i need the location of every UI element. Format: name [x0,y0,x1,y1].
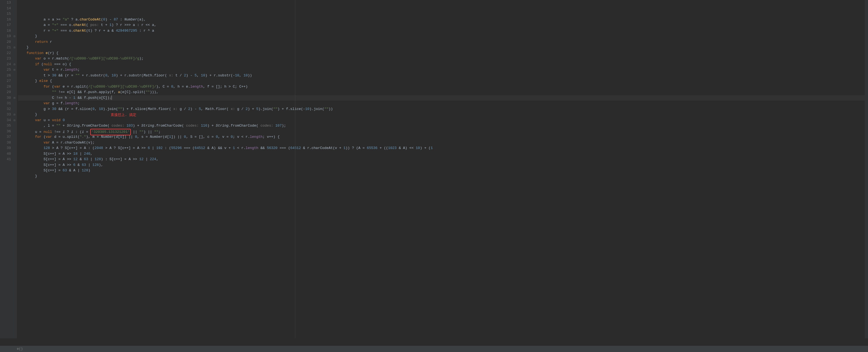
line-number: 21 [0,45,11,51]
code-line-27[interactable]: C !== h - 1 && f.push(o[C]); [18,95,868,101]
code-area[interactable]: a = a >= "a" ? a.charCodeAt(0) - 87 : Nu… [17,0,868,339]
code-line-18[interactable]: } [18,45,868,51]
line-number: 39 [0,145,11,151]
line-number: 41 [0,157,11,163]
code-line-22[interactable]: var t = r.length; [18,67,868,73]
line-number: 28 [0,84,11,90]
code-line-29[interactable]: g > 30 && (r = f.slice(0, 10).join("") +… [18,107,868,112]
fold-column[interactable]: ⊟⊟⊟⊟⊟⊟⊟ [13,0,17,339]
fold-close-icon[interactable]: ⊟ [13,95,15,101]
right-margin-ruler [295,0,295,339]
fold-open-icon[interactable]: ⊟ [13,45,15,51]
line-number: 30 [0,95,11,101]
line-number: 15 [0,11,11,17]
code-line-24[interactable]: } else { [18,78,868,84]
fold-open-icon[interactable]: ⊟ [13,67,15,73]
line-number: 35 [0,123,11,129]
line-number: 17 [0,22,11,28]
current-line-highlight [18,95,868,101]
line-number: 38 [0,140,11,146]
line-number: 27 [0,78,11,84]
code-line-14[interactable]: a = "+" === o.charAt( pos: t + 1) ? r >>… [18,22,868,28]
code-line-34[interactable]: for (var d = u.split("."), m = Number(d[… [18,134,868,140]
fold-open-icon[interactable]: ⊟ [13,62,15,67]
code-line-23[interactable]: t > 30 && (r = "" + r.substr(0, 10) + r.… [18,73,868,79]
code-line-32[interactable]: , l = "" + String.fromCharCode( codes: 1… [18,123,868,129]
line-number: 16 [0,17,11,23]
code-line-19[interactable]: function e(r) { [18,51,868,56]
code-line-40[interactable]: S[c++] = 63 & A | 128) [18,168,868,174]
code-line-17[interactable]: return r [18,39,868,45]
line-number: 26 [0,73,11,79]
code-line-36[interactable]: 128 > A ? S[c++] = A : (2048 > A ? S[c++… [18,145,868,151]
line-number-gutter: 1314151617181920212223242526272829303132… [0,0,13,339]
line-number: 24 [0,62,11,67]
code-line-39[interactable]: S[c++] = A >> 6 & 63 | 128), [18,163,868,168]
code-line-28[interactable]: var g = f.length; [18,101,868,107]
line-number: 36 [0,129,11,135]
breadcrumb-item[interactable]: e() [17,347,23,351]
code-line-13[interactable]: a = a >= "a" ? a.charCodeAt(0) - 87 : Nu… [18,17,868,23]
code-line-37[interactable]: S[c++] = A >> 18 | 240, [18,151,868,157]
line-number: 29 [0,89,11,95]
line-number: 22 [0,51,11,56]
code-line-31[interactable]: var u = void 0 [18,118,868,123]
breadcrumb-bar[interactable]: e() [0,346,868,352]
line-number: 23 [0,56,11,62]
line-number: 18 [0,28,11,34]
line-number [0,163,11,168]
code-editor[interactable]: 1314151617181920212223242526272829303132… [0,0,868,339]
code-line-35[interactable]: var A = r.charCodeAt(v); [18,140,868,146]
user-annotation: 直接怼上. 搞定 [111,112,136,118]
line-number: 13 [0,0,11,6]
code-line-16[interactable]: } [18,34,868,39]
code-line-25[interactable]: for (var e = r.split(/[\uD800-\uDBFF][\u… [18,84,868,90]
text-cursor [112,95,112,100]
fold-open-icon[interactable]: ⊟ [13,112,15,118]
code-line-30[interactable]: }直接怼上. 搞定 [18,112,868,118]
line-number: 14 [0,6,11,11]
fold-open-icon[interactable]: ⊟ [13,34,15,39]
line-number: 33 [0,112,11,118]
line-number: 19 [0,34,11,39]
line-number: 40 [0,151,11,157]
code-line-41[interactable]: } [18,174,868,179]
line-number: 20 [0,39,11,45]
line-number: 32 [0,107,11,112]
line-number: 25 [0,67,11,73]
line-number: 34 [0,118,11,123]
code-line-20[interactable]: var o = r.match(/[\uD800-\uDBFF][\uDC00-… [18,56,868,62]
code-line-33[interactable]: u = null !== i ? i : (i = '320305.131321… [18,129,868,135]
line-number: 37 [0,134,11,140]
fold-open-icon[interactable]: ⊟ [13,118,15,123]
code-line-21[interactable]: if (null === o) { [18,62,868,67]
code-line-38[interactable]: S[c++] = A >> 12 & 63 | 128) : S[c++] = … [18,157,868,163]
code-line-26[interactable]: "" !== e[C] && f.push.apply(f, a(e[C].sp… [18,89,868,95]
vertical-scrollbar[interactable] [865,0,868,339]
line-number: 31 [0,101,11,107]
code-line-15[interactable]: r = "+" === o.charAt(t) ? r + a & 429496… [18,28,868,34]
